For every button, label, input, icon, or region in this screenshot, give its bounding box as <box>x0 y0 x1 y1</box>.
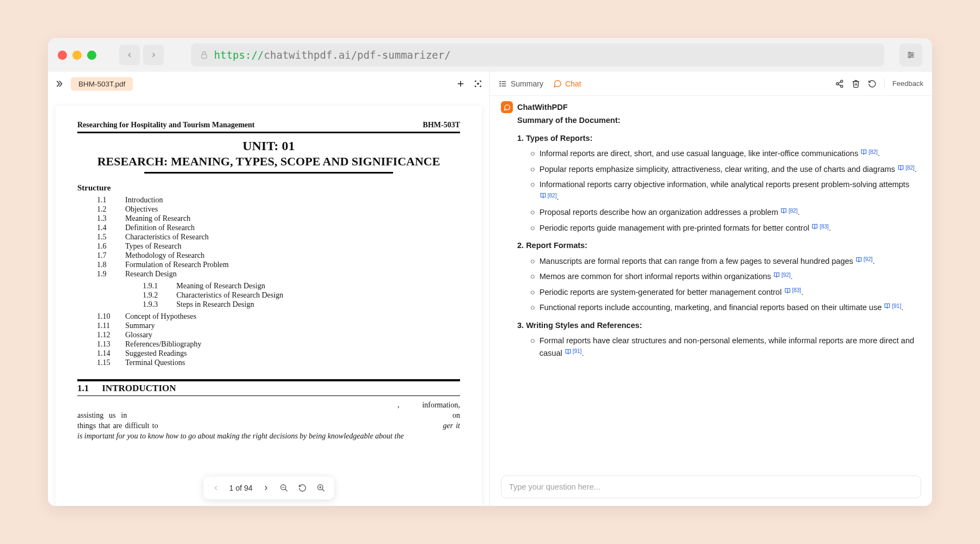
toc-entry: 1.8Formulation of Research Problem <box>97 261 460 269</box>
document-pane: BHM-503T.pdf Researching for Hospitality… <box>48 72 490 506</box>
svg-point-24 <box>841 80 843 82</box>
section-heading: 1.1INTRODUCTION <box>77 381 460 396</box>
svg-rect-0 <box>201 54 206 58</box>
citation-link[interactable]: [82] <box>780 207 798 215</box>
svg-point-23 <box>500 85 500 86</box>
browser-window: https://chatwithpdf.ai/pdf-summarizer/ B… <box>48 38 932 506</box>
svg-point-6 <box>909 56 910 58</box>
toc-entry: 1.3Meaning of Research <box>97 214 460 223</box>
toc-entry: 1.9.3Steps in Research Design <box>143 300 460 309</box>
toc-sub: 1.9.1Meaning of Research Design1.9.2Char… <box>143 282 460 309</box>
svg-line-15 <box>322 489 324 491</box>
citation-link[interactable]: [83] <box>811 222 829 231</box>
citation-link[interactable]: [92] <box>773 271 791 280</box>
summary-item: ○Popular reports emphasize simplicity, a… <box>530 163 921 175</box>
citation-link[interactable]: [92] <box>855 255 873 264</box>
tab-summary[interactable]: Summary <box>499 79 543 88</box>
citation-link[interactable]: [82] <box>860 148 878 157</box>
nav-buttons <box>119 45 164 65</box>
svg-point-22 <box>500 83 500 84</box>
summary-item: ○Functional reports include accounting, … <box>530 301 921 313</box>
summary-list: 1. Types of Reports:○Informal reports ar… <box>517 132 921 359</box>
structure-heading: Structure <box>77 183 460 193</box>
toc: 1.1Introduction1.2Objectives1.3Meaning o… <box>97 196 460 279</box>
pdf-viewer[interactable]: Researching for Hospitality and Tourism … <box>48 96 489 506</box>
doc-running-head-left: Researching for Hospitality and Tourism … <box>77 121 255 129</box>
browser-settings-button[interactable] <box>899 44 922 66</box>
page-toolbar: 1 of 94 <box>203 477 334 499</box>
bot-name: ChatWithPDF <box>517 101 568 113</box>
citation-link[interactable]: [82] <box>540 191 557 200</box>
summary-item: ○Periodic reports guide management with … <box>530 222 921 234</box>
svg-point-26 <box>841 85 843 87</box>
toc-entry: 1.9.1Meaning of Research Design <box>143 282 460 290</box>
summary-item: ○Informational reports carry objective i… <box>530 178 921 203</box>
summary-item: ○Formal reports have clear structures an… <box>530 335 921 359</box>
svg-point-4 <box>909 52 910 54</box>
refresh-button[interactable] <box>868 79 877 88</box>
toc-entry: 1.15Terminal Questions <box>97 358 460 367</box>
citation-link[interactable]: [91] <box>565 347 582 356</box>
summary-section-heading: 1. Types of Reports: <box>517 132 921 144</box>
summary-item: ○Manuscripts are formal reports that can… <box>530 255 921 267</box>
summary-section-heading: 3. Writing Styles and References: <box>517 319 921 331</box>
window-controls <box>58 51 96 60</box>
svg-line-27 <box>838 82 841 83</box>
close-window-icon[interactable] <box>58 51 67 60</box>
svg-line-28 <box>838 84 841 86</box>
address-bar[interactable]: https://chatwithpdf.ai/pdf-summarizer/ <box>191 44 884 66</box>
app-content: BHM-503T.pdf Researching for Hospitality… <box>48 72 932 506</box>
delete-button[interactable] <box>852 79 860 88</box>
chat-input-area <box>490 471 932 506</box>
document-tabbar: BHM-503T.pdf <box>48 72 489 96</box>
forward-button[interactable] <box>143 45 164 65</box>
chat-pane: Summary Chat Feedback <box>490 72 932 506</box>
svg-point-5 <box>911 54 913 56</box>
back-button[interactable] <box>119 45 140 65</box>
svg-point-21 <box>500 81 500 82</box>
citation-link[interactable]: [91] <box>884 302 901 311</box>
chat-messages: ChatWithPDF Summary of the Document: 1. … <box>490 96 932 471</box>
toc-entry: 1.9.2Characteristics of Research Design <box>143 291 460 300</box>
chat-tabs: Summary Chat Feedback <box>490 72 932 96</box>
browser-toolbar: https://chatwithpdf.ai/pdf-summarizer/ <box>48 38 932 72</box>
chat-input[interactable] <box>501 475 921 498</box>
next-page-button[interactable] <box>262 484 270 492</box>
summary-item: ○Memos are common for short informal rep… <box>530 270 921 282</box>
toc-entry: 1.9Research Design <box>97 270 460 279</box>
summary-section-heading: 2. Report Formats: <box>517 239 921 251</box>
summary-item: ○Proposal reports describe how an organi… <box>530 206 921 218</box>
toc-entry: 1.7Methodology of Research <box>97 251 460 260</box>
toc-entry: 1.10Concept of Hypotheses <box>97 312 460 321</box>
zoom-out-button[interactable] <box>280 484 289 492</box>
citation-link[interactable]: [83] <box>784 286 801 295</box>
tab-chat[interactable]: Chat <box>553 79 581 88</box>
file-tab[interactable]: BHM-503T.pdf <box>71 77 133 91</box>
svg-point-25 <box>836 83 838 85</box>
citation-link[interactable]: [82] <box>897 164 915 172</box>
selection-tool-icon[interactable] <box>473 79 483 89</box>
summary-item: ○Periodic reports are system-generated f… <box>530 286 921 298</box>
minimize-window-icon[interactable] <box>72 51 82 60</box>
toc-entry: 1.11Summary <box>97 322 460 330</box>
summary-item: ○Informal reports are direct, short, and… <box>530 147 921 159</box>
toc-entry: 1.5Characteristics of Research <box>97 233 460 242</box>
lock-icon <box>200 51 209 59</box>
page-indicator: 1 of 94 <box>229 484 253 492</box>
feedback-link[interactable]: Feedback <box>892 79 923 88</box>
reset-zoom-button[interactable] <box>298 484 307 492</box>
add-tab-button[interactable] <box>456 79 465 89</box>
doc-body-text: xxxxxxxxxxxxxxxxxxxxxxxxxxxxxxxxxxxxxxxx… <box>77 400 460 442</box>
zoom-in-button[interactable] <box>317 484 326 492</box>
svg-line-12 <box>285 489 287 491</box>
expand-sidebar-icon[interactable] <box>54 79 64 89</box>
prev-page-button[interactable] <box>212 484 219 492</box>
maximize-window-icon[interactable] <box>87 51 96 60</box>
toc-entry: 1.12Glossary <box>97 331 460 339</box>
bot-avatar-icon <box>501 101 513 113</box>
toc-entry: 1.1Introduction <box>97 196 460 205</box>
url-text: https://chatwithpdf.ai/pdf-summarizer/ <box>214 49 451 61</box>
share-button[interactable] <box>835 79 844 88</box>
doc-running-head-right: BHM-503T <box>423 121 460 129</box>
toc-entry: 1.2Objectives <box>97 205 460 214</box>
